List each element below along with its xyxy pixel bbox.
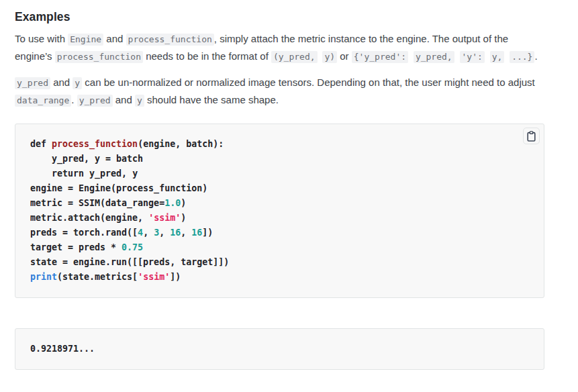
output-block: 0.9218971... xyxy=(15,328,544,370)
inline-code: {'y_pred': y_pred, 'y': y, ...} xyxy=(352,51,535,63)
body-paragraph: To use with Engine and process_function,… xyxy=(15,30,544,65)
inline-code: process_function xyxy=(126,34,214,46)
inline-code: y_pred xyxy=(15,77,50,89)
body-paragraph: y_pred and y can be un-normalized or nor… xyxy=(15,74,544,109)
output-text: 0.9218971... xyxy=(30,342,529,356)
inline-code: y xyxy=(73,77,82,89)
inline-code: Engine xyxy=(68,34,103,46)
code-content: def process_function(engine, batch): y_p… xyxy=(30,139,229,282)
inline-code: y_pred xyxy=(77,95,113,107)
clipboard-icon xyxy=(527,131,536,142)
doc-content: Examples To use with Engine and process_… xyxy=(0,0,544,370)
inline-code: y xyxy=(135,95,144,107)
inline-code: (y_pred, y) xyxy=(271,51,337,63)
paragraphs: To use with Engine and process_function,… xyxy=(15,30,544,109)
inline-code: process_function xyxy=(55,51,143,63)
section-title: Examples xyxy=(15,9,544,25)
copy-button[interactable] xyxy=(523,128,540,144)
code-block: def process_function(engine, batch): y_p… xyxy=(15,124,544,298)
inline-code: data_range xyxy=(15,95,71,107)
